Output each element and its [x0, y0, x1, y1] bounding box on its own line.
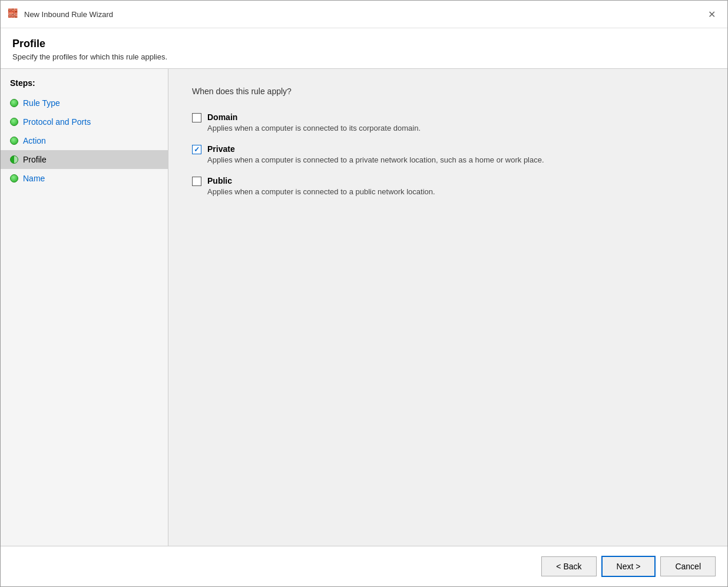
- public-checkbox-container: [192, 177, 201, 186]
- page-title: Profile: [12, 38, 716, 50]
- footer: < Back Next > Cancel: [1, 546, 727, 586]
- sidebar-item-action[interactable]: Action: [1, 131, 168, 150]
- private-text-block: Private Applies when a computer is conne…: [207, 144, 544, 164]
- domain-label: Domain: [207, 112, 421, 122]
- domain-description: Applies when a computer is connected to …: [207, 124, 421, 132]
- main-panel: When does this rule apply? Domain Applie…: [168, 69, 727, 546]
- private-checkbox[interactable]: [192, 145, 201, 154]
- sidebar-item-label-profile: Profile: [23, 155, 47, 164]
- public-checkbox[interactable]: [192, 177, 201, 186]
- cancel-button[interactable]: Cancel: [660, 556, 716, 576]
- step-dot-action: [10, 137, 18, 145]
- wizard-window: 🧱 New Inbound Rule Wizard ✕ Profile Spec…: [0, 0, 728, 587]
- domain-checkbox[interactable]: [192, 113, 201, 122]
- sidebar-item-rule-type[interactable]: Rule Type: [1, 94, 168, 112]
- close-button[interactable]: ✕: [703, 5, 720, 23]
- option-row-domain: Domain Applies when a computer is connec…: [192, 112, 704, 132]
- sidebar-item-label-protocol-ports: Protocol and Ports: [23, 117, 91, 127]
- private-description: Applies when a computer is connected to …: [207, 155, 544, 164]
- page-header: Profile Specify the profiles for which t…: [1, 28, 727, 69]
- option-row-private: Private Applies when a computer is conne…: [192, 144, 704, 164]
- window-title: New Inbound Rule Wizard: [24, 10, 113, 19]
- page-subtitle: Specify the profiles for which this rule…: [12, 52, 716, 61]
- sidebar-item-label-rule-type: Rule Type: [23, 98, 60, 108]
- steps-label: Steps:: [1, 78, 168, 94]
- sidebar-item-profile[interactable]: Profile: [1, 150, 168, 169]
- step-dot-rule-type: [10, 99, 18, 107]
- sidebar: Steps: Rule Type Protocol and Ports Acti…: [1, 69, 168, 546]
- content-area: Steps: Rule Type Protocol and Ports Acti…: [1, 69, 727, 546]
- next-button[interactable]: Next >: [601, 556, 656, 577]
- sidebar-item-protocol-ports[interactable]: Protocol and Ports: [1, 112, 168, 131]
- sidebar-item-name[interactable]: Name: [1, 169, 168, 188]
- title-bar: 🧱 New Inbound Rule Wizard ✕: [1, 1, 727, 28]
- back-button[interactable]: < Back: [541, 556, 596, 576]
- question-text: When does this rule apply?: [192, 87, 704, 96]
- sidebar-item-label-name: Name: [23, 174, 45, 183]
- private-checkbox-container: [192, 145, 201, 154]
- app-icon: 🧱: [8, 8, 19, 20]
- private-label: Private: [207, 144, 544, 154]
- option-row-public: Public Applies when a computer is connec…: [192, 176, 704, 196]
- domain-checkbox-container: [192, 113, 201, 122]
- public-text-block: Public Applies when a computer is connec…: [207, 176, 435, 196]
- title-bar-left: 🧱 New Inbound Rule Wizard: [8, 8, 113, 20]
- domain-text-block: Domain Applies when a computer is connec…: [207, 112, 421, 132]
- sidebar-item-label-action: Action: [23, 136, 46, 145]
- step-dot-name: [10, 174, 18, 183]
- step-dot-protocol-ports: [10, 118, 18, 126]
- public-label: Public: [207, 176, 435, 185]
- public-description: Applies when a computer is connected to …: [207, 187, 435, 196]
- step-dot-profile: [10, 155, 18, 164]
